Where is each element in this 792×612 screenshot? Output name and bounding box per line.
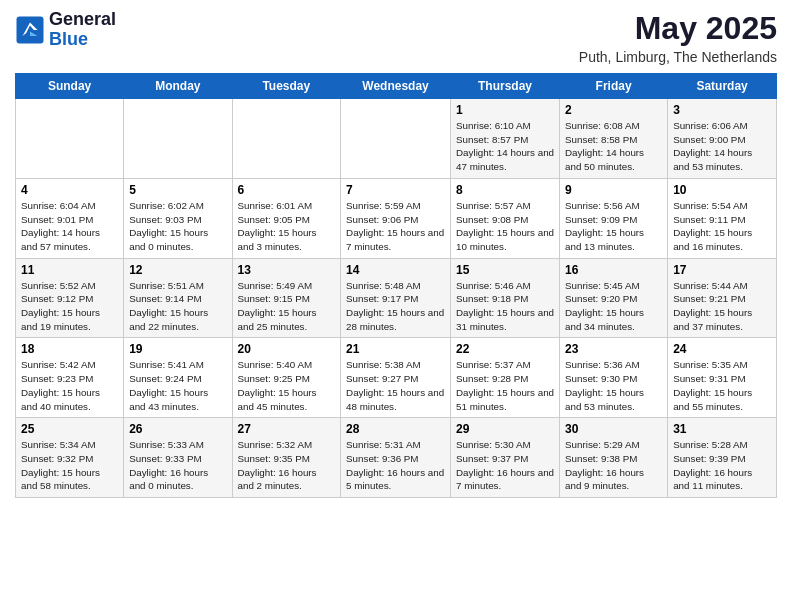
day-info: Sunrise: 6:10 AMSunset: 8:57 PMDaylight:… xyxy=(456,120,554,172)
day-info: Sunrise: 5:54 AMSunset: 9:11 PMDaylight:… xyxy=(673,200,752,252)
day-number: 24 xyxy=(673,342,771,356)
day-info: Sunrise: 5:31 AMSunset: 9:36 PMDaylight:… xyxy=(346,439,444,491)
logo-icon xyxy=(15,15,45,45)
title-block: May 2025 Puth, Limburg, The Netherlands xyxy=(579,10,777,65)
calendar-cell: 10 Sunrise: 5:54 AMSunset: 9:11 PMDaylig… xyxy=(668,178,777,258)
calendar-cell: 20 Sunrise: 5:40 AMSunset: 9:25 PMDaylig… xyxy=(232,338,341,418)
day-info: Sunrise: 5:33 AMSunset: 9:33 PMDaylight:… xyxy=(129,439,208,491)
calendar-cell: 27 Sunrise: 5:32 AMSunset: 9:35 PMDaylig… xyxy=(232,418,341,498)
day-info: Sunrise: 5:38 AMSunset: 9:27 PMDaylight:… xyxy=(346,359,444,411)
calendar-week-5: 25 Sunrise: 5:34 AMSunset: 9:32 PMDaylig… xyxy=(16,418,777,498)
day-number: 13 xyxy=(238,263,336,277)
day-info: Sunrise: 6:08 AMSunset: 8:58 PMDaylight:… xyxy=(565,120,644,172)
day-number: 17 xyxy=(673,263,771,277)
calendar-cell: 26 Sunrise: 5:33 AMSunset: 9:33 PMDaylig… xyxy=(124,418,232,498)
day-info: Sunrise: 5:59 AMSunset: 9:06 PMDaylight:… xyxy=(346,200,444,252)
svg-rect-0 xyxy=(17,16,44,43)
calendar-cell xyxy=(124,99,232,179)
calendar-cell: 17 Sunrise: 5:44 AMSunset: 9:21 PMDaylig… xyxy=(668,258,777,338)
day-info: Sunrise: 5:29 AMSunset: 9:38 PMDaylight:… xyxy=(565,439,644,491)
calendar-cell: 8 Sunrise: 5:57 AMSunset: 9:08 PMDayligh… xyxy=(451,178,560,258)
calendar-cell: 19 Sunrise: 5:41 AMSunset: 9:24 PMDaylig… xyxy=(124,338,232,418)
calendar-table: SundayMondayTuesdayWednesdayThursdayFrid… xyxy=(15,73,777,498)
calendar-cell: 13 Sunrise: 5:49 AMSunset: 9:15 PMDaylig… xyxy=(232,258,341,338)
logo: General Blue xyxy=(15,10,116,50)
calendar-cell: 18 Sunrise: 5:42 AMSunset: 9:23 PMDaylig… xyxy=(16,338,124,418)
day-number: 15 xyxy=(456,263,554,277)
calendar-cell: 2 Sunrise: 6:08 AMSunset: 8:58 PMDayligh… xyxy=(560,99,668,179)
day-info: Sunrise: 5:49 AMSunset: 9:15 PMDaylight:… xyxy=(238,280,317,332)
logo-blue: Blue xyxy=(49,30,116,50)
calendar-cell: 1 Sunrise: 6:10 AMSunset: 8:57 PMDayligh… xyxy=(451,99,560,179)
month-title: May 2025 xyxy=(579,10,777,47)
day-number: 31 xyxy=(673,422,771,436)
header-row: SundayMondayTuesdayWednesdayThursdayFrid… xyxy=(16,74,777,99)
calendar-cell: 21 Sunrise: 5:38 AMSunset: 9:27 PMDaylig… xyxy=(341,338,451,418)
day-number: 28 xyxy=(346,422,445,436)
calendar-cell: 31 Sunrise: 5:28 AMSunset: 9:39 PMDaylig… xyxy=(668,418,777,498)
day-info: Sunrise: 6:06 AMSunset: 9:00 PMDaylight:… xyxy=(673,120,752,172)
calendar-cell: 29 Sunrise: 5:30 AMSunset: 9:37 PMDaylig… xyxy=(451,418,560,498)
day-info: Sunrise: 5:35 AMSunset: 9:31 PMDaylight:… xyxy=(673,359,752,411)
day-number: 26 xyxy=(129,422,226,436)
day-info: Sunrise: 5:32 AMSunset: 9:35 PMDaylight:… xyxy=(238,439,317,491)
day-number: 30 xyxy=(565,422,662,436)
day-info: Sunrise: 5:36 AMSunset: 9:30 PMDaylight:… xyxy=(565,359,644,411)
day-info: Sunrise: 5:52 AMSunset: 9:12 PMDaylight:… xyxy=(21,280,100,332)
day-number: 21 xyxy=(346,342,445,356)
day-number: 11 xyxy=(21,263,118,277)
day-info: Sunrise: 5:44 AMSunset: 9:21 PMDaylight:… xyxy=(673,280,752,332)
day-number: 6 xyxy=(238,183,336,197)
day-number: 29 xyxy=(456,422,554,436)
calendar-cell xyxy=(16,99,124,179)
calendar-cell: 14 Sunrise: 5:48 AMSunset: 9:17 PMDaylig… xyxy=(341,258,451,338)
day-info: Sunrise: 6:04 AMSunset: 9:01 PMDaylight:… xyxy=(21,200,100,252)
calendar-header: SundayMondayTuesdayWednesdayThursdayFrid… xyxy=(16,74,777,99)
day-info: Sunrise: 5:34 AMSunset: 9:32 PMDaylight:… xyxy=(21,439,100,491)
day-number: 4 xyxy=(21,183,118,197)
calendar-cell: 30 Sunrise: 5:29 AMSunset: 9:38 PMDaylig… xyxy=(560,418,668,498)
calendar-cell: 5 Sunrise: 6:02 AMSunset: 9:03 PMDayligh… xyxy=(124,178,232,258)
day-number: 16 xyxy=(565,263,662,277)
day-number: 19 xyxy=(129,342,226,356)
day-info: Sunrise: 5:48 AMSunset: 9:17 PMDaylight:… xyxy=(346,280,444,332)
day-info: Sunrise: 5:42 AMSunset: 9:23 PMDaylight:… xyxy=(21,359,100,411)
location-subtitle: Puth, Limburg, The Netherlands xyxy=(579,49,777,65)
calendar-cell xyxy=(341,99,451,179)
calendar-cell: 4 Sunrise: 6:04 AMSunset: 9:01 PMDayligh… xyxy=(16,178,124,258)
day-info: Sunrise: 6:02 AMSunset: 9:03 PMDaylight:… xyxy=(129,200,208,252)
day-number: 2 xyxy=(565,103,662,117)
calendar-cell xyxy=(232,99,341,179)
day-number: 8 xyxy=(456,183,554,197)
day-info: Sunrise: 5:37 AMSunset: 9:28 PMDaylight:… xyxy=(456,359,554,411)
calendar-cell: 9 Sunrise: 5:56 AMSunset: 9:09 PMDayligh… xyxy=(560,178,668,258)
day-number: 12 xyxy=(129,263,226,277)
calendar-cell: 6 Sunrise: 6:01 AMSunset: 9:05 PMDayligh… xyxy=(232,178,341,258)
day-info: Sunrise: 5:30 AMSunset: 9:37 PMDaylight:… xyxy=(456,439,554,491)
day-info: Sunrise: 5:45 AMSunset: 9:20 PMDaylight:… xyxy=(565,280,644,332)
calendar-week-4: 18 Sunrise: 5:42 AMSunset: 9:23 PMDaylig… xyxy=(16,338,777,418)
calendar-cell: 23 Sunrise: 5:36 AMSunset: 9:30 PMDaylig… xyxy=(560,338,668,418)
day-header-monday: Monday xyxy=(124,74,232,99)
calendar-cell: 28 Sunrise: 5:31 AMSunset: 9:36 PMDaylig… xyxy=(341,418,451,498)
day-number: 25 xyxy=(21,422,118,436)
day-header-friday: Friday xyxy=(560,74,668,99)
day-info: Sunrise: 5:51 AMSunset: 9:14 PMDaylight:… xyxy=(129,280,208,332)
calendar-cell: 7 Sunrise: 5:59 AMSunset: 9:06 PMDayligh… xyxy=(341,178,451,258)
day-number: 20 xyxy=(238,342,336,356)
day-header-wednesday: Wednesday xyxy=(341,74,451,99)
day-info: Sunrise: 5:40 AMSunset: 9:25 PMDaylight:… xyxy=(238,359,317,411)
day-info: Sunrise: 5:41 AMSunset: 9:24 PMDaylight:… xyxy=(129,359,208,411)
day-info: Sunrise: 6:01 AMSunset: 9:05 PMDaylight:… xyxy=(238,200,317,252)
day-info: Sunrise: 5:46 AMSunset: 9:18 PMDaylight:… xyxy=(456,280,554,332)
day-header-thursday: Thursday xyxy=(451,74,560,99)
calendar-week-3: 11 Sunrise: 5:52 AMSunset: 9:12 PMDaylig… xyxy=(16,258,777,338)
day-info: Sunrise: 5:28 AMSunset: 9:39 PMDaylight:… xyxy=(673,439,752,491)
day-number: 7 xyxy=(346,183,445,197)
day-number: 9 xyxy=(565,183,662,197)
logo-general: General xyxy=(49,10,116,30)
calendar-cell: 16 Sunrise: 5:45 AMSunset: 9:20 PMDaylig… xyxy=(560,258,668,338)
day-number: 27 xyxy=(238,422,336,436)
calendar-cell: 12 Sunrise: 5:51 AMSunset: 9:14 PMDaylig… xyxy=(124,258,232,338)
day-number: 1 xyxy=(456,103,554,117)
